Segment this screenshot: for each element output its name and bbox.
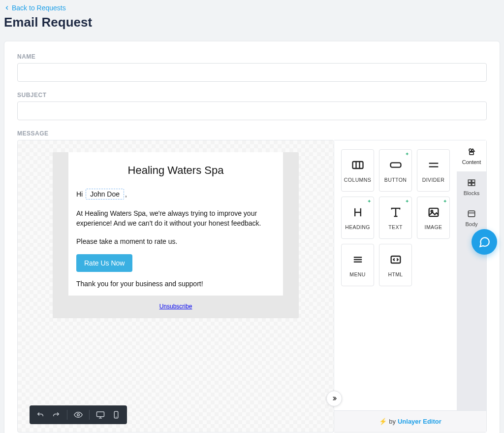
email-request-card: NAME SUBJECT MESSAGE Healing Waters Spa … — [4, 41, 500, 433]
merge-tag-name[interactable]: John Doe — [86, 189, 124, 200]
tool-menu[interactable]: MENU — [341, 244, 374, 286]
tool-label: DIVIDER — [422, 177, 444, 183]
redo-button[interactable] — [49, 408, 63, 421]
email-preview-canvas[interactable]: Healing Waters Spa Hi John Doe, At Heali… — [17, 140, 334, 433]
preview-button[interactable] — [71, 408, 85, 421]
desktop-icon — [96, 410, 105, 419]
unlayer-brand-link[interactable]: Unlayer Editor — [398, 418, 441, 425]
eye-icon — [74, 410, 83, 419]
svg-point-0 — [77, 414, 80, 416]
chevron-left-icon — [4, 5, 10, 11]
email-body-card[interactable]: Healing Waters Spa Hi John Doe, At Heali… — [68, 152, 283, 296]
body-icon — [467, 209, 476, 219]
svg-rect-4 — [352, 162, 363, 168]
svg-rect-23 — [470, 152, 473, 155]
subject-input[interactable] — [17, 101, 487, 120]
tab-label: Blocks — [464, 190, 479, 196]
page-title: Email Request — [4, 15, 500, 30]
email-paragraph-1[interactable]: At Healing Waters Spa, we're always tryi… — [76, 208, 275, 229]
back-link-label: Back to Requests — [12, 4, 66, 12]
tool-html[interactable]: HTML — [379, 244, 412, 286]
bolt-icon: ⚡ — [379, 418, 387, 425]
chat-icon — [478, 235, 491, 248]
panel-footer: ⚡ by Unlayer Editor — [334, 410, 486, 432]
toolbar-divider — [67, 410, 67, 420]
tab-content[interactable]: Content — [457, 140, 486, 171]
tab-label: Body — [465, 221, 477, 227]
svg-rect-28 — [468, 211, 474, 217]
svg-rect-15 — [429, 208, 438, 216]
chat-fab[interactable] — [472, 229, 497, 255]
button-icon — [389, 158, 403, 172]
chevrons-right-icon — [331, 395, 338, 402]
email-paragraph-2[interactable]: Please take a moment to rate us. — [76, 236, 275, 246]
tool-label: BUTTON — [384, 177, 407, 183]
columns-icon — [351, 158, 365, 172]
tool-label: HTML — [388, 271, 403, 277]
menu-icon — [351, 253, 365, 266]
svg-rect-20 — [391, 256, 400, 263]
svg-rect-26 — [468, 183, 471, 186]
tab-blocks[interactable]: Blocks — [457, 171, 486, 202]
tool-label: HEADING — [345, 224, 370, 230]
name-input[interactable] — [17, 63, 487, 82]
shapes-icon — [467, 147, 476, 157]
content-tools-grid: COLUMNS ✦ BUTTON DIVIDER ✦ HEADING — [334, 140, 457, 410]
unsubscribe-link[interactable]: Unsubscribe — [159, 303, 192, 310]
image-icon — [427, 205, 441, 219]
svg-rect-27 — [472, 183, 475, 186]
tool-button[interactable]: ✦ BUTTON — [379, 149, 412, 192]
undo-icon — [36, 410, 45, 419]
tool-text[interactable]: ✦ TEXT — [379, 197, 412, 239]
collapse-panel-button[interactable] — [326, 391, 342, 406]
editor-toolbar — [30, 405, 127, 424]
tool-label: TEXT — [388, 224, 402, 230]
ai-badge-icon: ✦ — [367, 199, 371, 204]
tool-heading[interactable]: ✦ HEADING — [341, 197, 374, 239]
email-outer-bg: Healing Waters Spa Hi John Doe, At Heali… — [53, 152, 299, 318]
ai-badge-icon: ✦ — [405, 152, 409, 157]
svg-rect-24 — [468, 180, 471, 182]
tool-label: COLUMNS — [344, 177, 371, 183]
toolbar-divider — [89, 410, 90, 420]
divider-icon — [427, 158, 441, 172]
svg-rect-25 — [472, 180, 475, 182]
message-label: MESSAGE — [17, 130, 487, 137]
tool-label: IMAGE — [425, 224, 442, 230]
heading-icon — [351, 205, 365, 219]
rate-us-button[interactable]: Rate Us Now — [76, 254, 132, 272]
editor-side-panel: COLUMNS ✦ BUTTON DIVIDER ✦ HEADING — [334, 140, 487, 433]
side-tabs: Content Blocks Body — [457, 140, 486, 410]
ai-badge-icon: ✦ — [405, 199, 409, 204]
ai-badge-icon: ✦ — [443, 199, 447, 204]
name-label: NAME — [17, 53, 487, 60]
redo-icon — [52, 410, 61, 419]
svg-rect-1 — [97, 412, 104, 417]
undo-button[interactable] — [33, 408, 47, 421]
subject-label: SUBJECT — [17, 92, 487, 99]
email-greeting[interactable]: Hi John Doe, — [76, 189, 275, 200]
email-title[interactable]: Healing Waters Spa — [76, 164, 275, 177]
back-to-requests-link[interactable]: Back to Requests — [4, 4, 66, 12]
greeting-prefix: Hi — [76, 190, 83, 198]
text-icon — [389, 205, 403, 219]
tool-image[interactable]: ✦ IMAGE — [417, 197, 450, 239]
mobile-view-button[interactable] — [109, 408, 123, 421]
footer-by: by — [389, 418, 396, 425]
tool-label: MENU — [349, 271, 366, 277]
svg-rect-7 — [390, 163, 401, 167]
html-icon — [389, 253, 403, 266]
tool-columns[interactable]: COLUMNS — [341, 149, 374, 192]
tool-divider[interactable]: DIVIDER — [417, 149, 450, 192]
desktop-view-button[interactable] — [94, 408, 107, 421]
email-thanks[interactable]: Thank you for your business and support! — [76, 280, 275, 288]
tab-label: Content — [462, 159, 481, 165]
blocks-icon — [467, 178, 476, 188]
mobile-icon — [112, 410, 121, 419]
greeting-suffix: , — [125, 190, 127, 198]
